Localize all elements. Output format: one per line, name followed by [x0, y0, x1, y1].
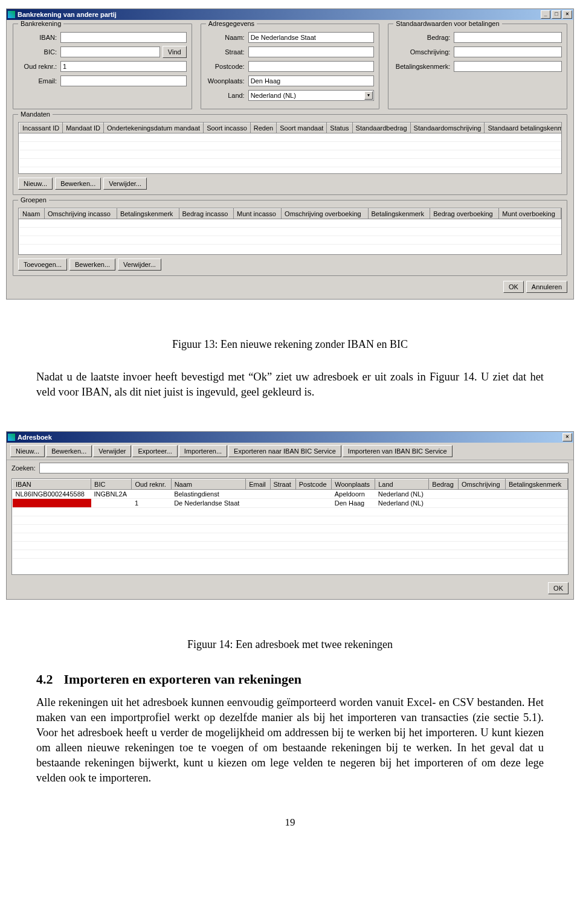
woonplaats-input[interactable]: [248, 75, 375, 86]
maximize-icon[interactable]: □: [552, 10, 561, 19]
column-header[interactable]: Oud reknr.: [132, 480, 171, 490]
table-cell: [270, 499, 295, 508]
column-header[interactable]: Standaardbedrag: [352, 123, 410, 133]
table-cell: [13, 499, 91, 508]
column-header[interactable]: Incassant ID: [19, 123, 63, 133]
column-header[interactable]: BIC: [91, 480, 132, 490]
column-header[interactable]: Betalingskenmerk: [505, 480, 567, 490]
column-header[interactable]: Betalingskenmerk: [368, 209, 430, 219]
toevoegen-button[interactable]: Toevoegen...: [18, 258, 67, 271]
column-header[interactable]: IBAN: [13, 480, 91, 490]
column-header[interactable]: Ondertekeningsdatum mandaat: [104, 123, 204, 133]
omschrijving-input[interactable]: [454, 47, 562, 57]
oudreknr-input[interactable]: [60, 61, 187, 72]
bedrag-input[interactable]: [454, 32, 562, 43]
table-cell: Apeldoorn: [332, 490, 375, 499]
iban-input[interactable]: [60, 32, 187, 43]
column-header[interactable]: Bedrag incasso: [179, 209, 234, 219]
table-cell: [246, 499, 270, 508]
table-cell: NL86INGB0002445588: [13, 490, 91, 499]
verwijder-button[interactable]: Verwijder...: [118, 258, 161, 271]
column-header[interactable]: Postcode: [295, 480, 331, 490]
table-cell: [270, 490, 295, 499]
column-header[interactable]: Mandaat ID: [63, 123, 104, 133]
dialog-bankrekening: Bankrekening van andere partij _ □ × Ban…: [6, 8, 574, 300]
zoeken-input[interactable]: [39, 463, 569, 473]
bic-input[interactable]: [60, 47, 160, 57]
toolbar-button[interactable]: Bewerken...: [46, 445, 92, 457]
postcode-input[interactable]: [248, 61, 375, 72]
column-header[interactable]: Naam: [171, 480, 246, 490]
table-row[interactable]: NL86INGB0002445588INGBNL2ABelastingdiens…: [13, 490, 568, 499]
column-header[interactable]: Straat: [270, 480, 295, 490]
dialog-adresboek: Adresboek × Nieuw...Bewerken...Verwijder…: [6, 431, 574, 600]
group-bankrekening: Bankrekening IBAN: BIC: Vind Oud reknr.:: [13, 24, 192, 109]
land-label: Land:: [206, 92, 248, 99]
paragraph: Nadat u de laatste invoer heeft bevestig…: [36, 370, 544, 400]
annuleren-button[interactable]: Annuleren: [526, 281, 567, 293]
table-cell: [91, 499, 132, 508]
table-row: [19, 228, 561, 236]
close-icon[interactable]: ×: [562, 10, 572, 19]
chevron-down-icon: ▾: [364, 91, 373, 100]
email-input[interactable]: [60, 75, 187, 86]
titlebar: Adresboek ×: [7, 432, 573, 443]
column-header[interactable]: Omschrijving: [458, 480, 505, 490]
land-select[interactable]: Nederland (NL) ▾: [248, 90, 375, 101]
table-row[interactable]: 1De Nederlandse StaatDen HaagNederland (…: [13, 499, 568, 508]
toolbar-button[interactable]: Verwijder: [93, 445, 131, 457]
toolbar-button[interactable]: Exporteer...: [132, 445, 177, 457]
bewerken-button[interactable]: Bewerken...: [55, 178, 101, 190]
column-header[interactable]: Reden: [250, 123, 276, 133]
column-header[interactable]: Bedrag: [429, 480, 459, 490]
vind-button[interactable]: Vind: [163, 46, 187, 58]
table-cell: 1: [132, 499, 171, 508]
group-adres: Adresgegevens Naam: Straat: Postcode: Wo…: [201, 24, 380, 109]
table-cell: [132, 490, 171, 499]
table-row: [19, 159, 562, 167]
column-header[interactable]: Woonplaats: [332, 480, 375, 490]
table-cell: Nederland (NL): [375, 499, 429, 508]
column-header[interactable]: Munt incasso: [234, 209, 282, 219]
close-icon[interactable]: ×: [562, 433, 572, 441]
toolbar-button[interactable]: Importeren van IBAN BIC Service: [343, 445, 453, 457]
ok-button[interactable]: OK: [503, 281, 524, 293]
column-header[interactable]: Munt overboeking: [499, 209, 561, 219]
postcode-label: Postcode:: [206, 63, 248, 70]
column-header[interactable]: Omschrijving overboeking: [282, 209, 368, 219]
column-header[interactable]: Betalingskenmerk: [117, 209, 179, 219]
toolbar: Nieuw...Bewerken...VerwijderExporteer...…: [7, 443, 573, 460]
toolbar-button[interactable]: Exporteren naar IBAN BIC Service: [228, 445, 341, 457]
toolbar-button[interactable]: Nieuw...: [10, 445, 45, 457]
straat-input[interactable]: [248, 47, 375, 57]
bedrag-label: Bedrag:: [393, 34, 454, 41]
column-header[interactable]: Soort mandaat: [277, 123, 327, 133]
app-icon: [8, 434, 15, 441]
table-row: [19, 133, 562, 142]
table-row: [13, 550, 568, 559]
bewerken-button[interactable]: Bewerken...: [69, 258, 115, 271]
column-header[interactable]: Standaard betalingskenmerk: [485, 123, 562, 133]
verwijder-button[interactable]: Verwijder...: [103, 178, 147, 190]
column-header[interactable]: Land: [375, 480, 429, 490]
column-header[interactable]: Soort incasso: [204, 123, 251, 133]
groepen-table[interactable]: NaamOmschrijving incassoBetalingskenmerk…: [19, 208, 561, 245]
ok-button[interactable]: OK: [548, 582, 569, 594]
naam-input[interactable]: [248, 32, 375, 43]
column-header[interactable]: Status: [327, 123, 352, 133]
group-title: Standaardwaarden voor betalingen: [393, 20, 501, 27]
minimize-icon[interactable]: _: [541, 10, 550, 19]
betkenm-input[interactable]: [454, 61, 562, 72]
adresboek-table[interactable]: IBANBICOud reknr.NaamEmailStraatPostcode…: [12, 479, 568, 559]
column-header[interactable]: Naam: [19, 209, 45, 219]
nieuw-button[interactable]: Nieuw...: [18, 178, 53, 190]
column-header[interactable]: Omschrijving incasso: [45, 209, 117, 219]
table-row: [13, 542, 568, 550]
column-header[interactable]: Bedrag overboeking: [430, 209, 499, 219]
mandaten-table[interactable]: Incassant IDMandaat IDOndertekeningsdatu…: [19, 123, 562, 167]
column-header[interactable]: Email: [246, 480, 270, 490]
column-header[interactable]: Standaardomschrijving: [410, 123, 485, 133]
group-standaard: Standaardwaarden voor betalingen Bedrag:…: [388, 24, 567, 109]
toolbar-button[interactable]: Importeren...: [179, 445, 227, 457]
section-title: Importeren en exporteren van rekeningen: [64, 672, 302, 687]
